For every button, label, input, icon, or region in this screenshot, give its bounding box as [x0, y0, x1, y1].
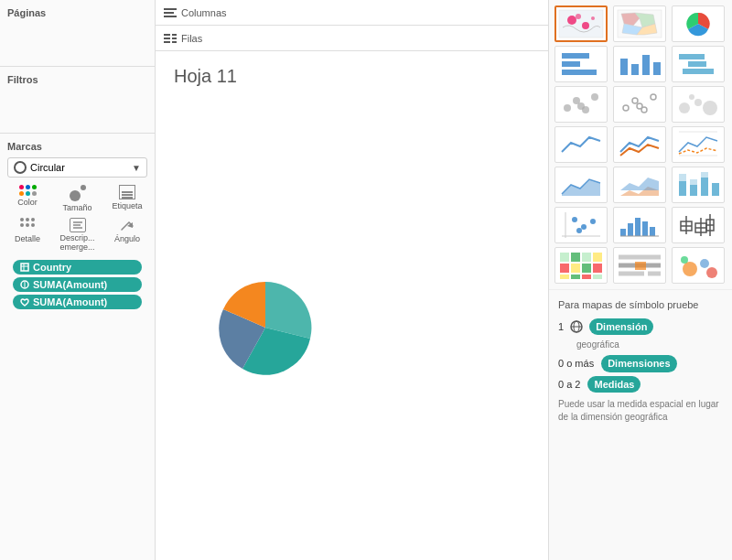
svg-rect-67: [642, 221, 648, 236]
marks-dropdown-label: Circular: [14, 161, 65, 174]
bubble-icon: [675, 251, 721, 280]
marks-type-dropdown[interactable]: Circular ▼: [7, 157, 147, 178]
chart-type-pie[interactable]: [672, 5, 725, 42]
angle-button[interactable]: Ángulo: [107, 218, 147, 253]
chart-type-scatter4[interactable]: [554, 207, 608, 243]
svg-rect-86: [593, 264, 602, 273]
color-label: Color: [17, 198, 38, 207]
pages-section: Páginas: [0, 0, 155, 67]
svg-rect-87: [560, 275, 569, 279]
country-pill[interactable]: Country: [13, 260, 142, 275]
heat-icon: [558, 251, 604, 280]
svg-rect-31: [653, 62, 661, 75]
chart-type-line1[interactable]: [554, 126, 608, 163]
label-label: Etiqueta: [112, 201, 142, 210]
scatter1-icon: [558, 90, 604, 119]
content-area: Columnas Filas Hoja 11: [156, 0, 549, 560]
chart-type-gantt[interactable]: [672, 46, 725, 82]
marks-title: Marcas: [7, 141, 147, 152]
chart-type-heat[interactable]: [554, 247, 608, 284]
svg-rect-95: [635, 262, 646, 270]
svg-rect-52: [679, 174, 686, 181]
area2-icon: [617, 170, 662, 199]
pages-title: Páginas: [7, 7, 147, 18]
size-icon: [70, 185, 86, 201]
rows-label: Filas: [181, 33, 202, 44]
pie-chart: [210, 273, 320, 382]
svg-rect-18: [559, 10, 603, 38]
tooltip-label: Descrip...emerge...: [59, 234, 94, 253]
chart-type-vbar[interactable]: [613, 46, 666, 82]
svg-rect-55: [701, 178, 708, 196]
globe-icon: [570, 320, 583, 333]
rows-label-area: Filas: [163, 32, 236, 45]
label-icon: [119, 185, 135, 199]
svg-point-45: [679, 102, 690, 113]
svg-point-35: [564, 104, 571, 112]
svg-point-38: [591, 93, 598, 101]
svg-rect-80: [571, 253, 580, 262]
label-button[interactable]: Etiqueta: [107, 185, 147, 212]
svg-rect-4: [21, 264, 28, 271]
svg-point-63: [576, 228, 582, 233]
detail-label: Detalle: [15, 234, 40, 243]
chart-type-area2[interactable]: [613, 167, 666, 203]
svg-point-22: [591, 16, 595, 20]
hint-row-1: 1 Dimensión: [558, 318, 723, 336]
hint-badge-dimensions: Dimensiones: [601, 355, 676, 372]
svg-rect-66: [635, 218, 640, 236]
hint-intro: Para mapas de símbolo pruebe: [558, 297, 723, 313]
rows-icon: [163, 32, 178, 45]
chart-type-bubble[interactable]: [672, 247, 725, 284]
svg-rect-64: [620, 229, 626, 236]
chart-type-filled-map[interactable]: [613, 5, 666, 42]
filters-title: Filtros: [7, 74, 147, 85]
measure-icon-1: [20, 280, 29, 289]
chart-type-highlight[interactable]: [613, 247, 666, 284]
country-pill-label: Country: [33, 262, 71, 273]
amount1-pill-label: SUMA(Amount): [33, 279, 107, 290]
color-icon: [19, 185, 37, 196]
scatter2-icon: [617, 90, 662, 119]
svg-point-61: [581, 224, 587, 230]
gantt-icon: [675, 49, 721, 79]
chart-type-line2[interactable]: [613, 126, 666, 163]
svg-rect-85: [582, 264, 591, 273]
chart-type-area1[interactable]: [554, 167, 608, 203]
detail-button[interactable]: Detalle: [7, 218, 48, 253]
chart-type-dual-line[interactable]: [672, 126, 725, 163]
svg-point-48: [689, 94, 694, 100]
svg-point-62: [590, 219, 596, 224]
svg-rect-34: [683, 69, 714, 74]
chart-type-box[interactable]: [672, 207, 725, 243]
hint-row-2: 0 o más Dimensiones: [558, 355, 723, 372]
amount1-pill[interactable]: SUMA(Amount): [13, 277, 142, 292]
svg-rect-68: [650, 227, 655, 236]
columns-icon: [163, 6, 178, 19]
tooltip-button[interactable]: Descrip...emerge...: [58, 218, 98, 253]
chart-type-scatter1[interactable]: [554, 86, 608, 123]
size-button[interactable]: Tamaño: [58, 185, 98, 212]
color-button[interactable]: Color: [7, 185, 48, 212]
histogram-icon: [617, 210, 662, 240]
dimension-icon: [20, 263, 29, 272]
box-icon: [675, 210, 721, 240]
hint-section: Para mapas de símbolo pruebe 1 Dimensión…: [549, 289, 732, 431]
svg-rect-79: [560, 253, 569, 262]
chart-type-hbar[interactable]: [554, 46, 608, 82]
chart-type-bar-stacked[interactable]: [672, 167, 725, 203]
chart-type-scatter3[interactable]: [672, 86, 725, 123]
svg-rect-29: [631, 64, 639, 75]
svg-point-97: [700, 259, 709, 268]
svg-rect-57: [712, 183, 719, 196]
amount2-pill[interactable]: SUMA(Amount): [13, 295, 142, 309]
marks-icons-row1: Color Tamaño Etiqueta: [7, 185, 147, 212]
svg-rect-53: [690, 185, 697, 196]
angle-icon: [119, 218, 135, 232]
chart-type-symbol-map[interactable]: [554, 5, 608, 42]
chart-type-histogram[interactable]: [613, 207, 666, 243]
hint-badge-medidas: Medidas: [587, 376, 640, 393]
svg-point-47: [703, 101, 717, 115]
chart-type-scatter2[interactable]: [613, 86, 666, 123]
hint-note: Puede usar la medida espacial en lugar d…: [558, 398, 723, 424]
